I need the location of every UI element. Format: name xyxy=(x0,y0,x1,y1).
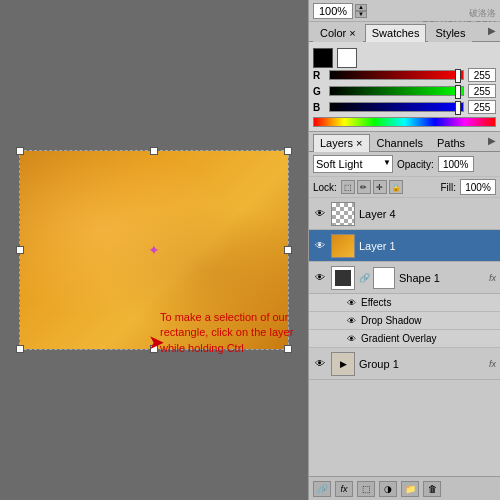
lock-transparent[interactable]: ⬚ xyxy=(341,180,355,194)
eye-gradientoverlay[interactable]: 👁 xyxy=(345,333,357,345)
layers-list: 👁 Layer 4 👁 Layer 1 👁 🔗 Shape 1 fx xyxy=(309,198,500,476)
handle-mr[interactable] xyxy=(284,246,292,254)
delete-icon[interactable]: 🗑 xyxy=(423,481,441,497)
fx-group1: fx xyxy=(489,359,496,369)
thumb-layer4 xyxy=(331,202,355,226)
watermark-line1: 破洛洛 xyxy=(422,8,496,19)
r-slider[interactable] xyxy=(329,70,464,80)
layers-tab-bar: Layers × Channels Paths ▶ xyxy=(309,132,500,152)
effect-name-gradientoverlay: Gradient Overlay xyxy=(361,333,437,344)
lock-all[interactable]: 🔒 xyxy=(389,180,403,194)
foreground-swatch[interactable] xyxy=(313,48,333,68)
link-shape1: 🔗 xyxy=(359,267,369,289)
annotation-text: To make a selection of our rectangle, cl… xyxy=(160,311,293,354)
effect-effects: 👁 Effects xyxy=(309,294,500,312)
effect-dropshadow: 👁 Drop Shadow xyxy=(309,312,500,330)
red-row: R 255 xyxy=(313,68,496,82)
green-row: G 255 xyxy=(313,84,496,98)
color-tab-bar: Color × Swatches Styles ▶ xyxy=(309,22,500,42)
eye-layer1[interactable]: 👁 xyxy=(313,239,327,253)
g-thumb[interactable] xyxy=(455,85,461,99)
eye-effects[interactable]: 👁 xyxy=(345,297,357,309)
thumb-shape1 xyxy=(331,266,355,290)
color-panel: R 255 G 255 B 255 xyxy=(309,42,500,132)
mask-shape1 xyxy=(373,267,395,289)
crosshair: ✦ xyxy=(147,243,161,257)
panel-close[interactable]: ▶ xyxy=(488,25,496,36)
name-layer4: Layer 4 xyxy=(359,208,496,220)
b-label: B xyxy=(313,102,325,113)
r-thumb[interactable] xyxy=(455,69,461,83)
effect-name-dropshadow: Drop Shadow xyxy=(361,315,422,326)
fill-input[interactable]: 100% xyxy=(460,179,496,195)
fx-shape1: fx xyxy=(489,273,496,283)
r-value[interactable]: 255 xyxy=(468,68,496,82)
tab-paths[interactable]: Paths xyxy=(430,134,472,152)
annotation-tooltip: To make a selection of our rectangle, cl… xyxy=(160,310,305,356)
tab-color[interactable]: Color × xyxy=(313,24,363,42)
b-thumb[interactable] xyxy=(455,101,461,115)
layer-item-shape1[interactable]: 👁 🔗 Shape 1 fx xyxy=(309,262,500,294)
handle-ml[interactable] xyxy=(16,246,24,254)
fx-button[interactable]: fx xyxy=(335,481,353,497)
zoom-up[interactable]: ▲ xyxy=(355,4,367,11)
handle-tl[interactable] xyxy=(16,147,24,155)
handle-tr[interactable] xyxy=(284,147,292,155)
name-shape1: Shape 1 xyxy=(399,272,485,284)
b-slider[interactable] xyxy=(329,102,464,112)
zoom-arrows: ▲ ▼ xyxy=(355,4,367,18)
tab-layers[interactable]: Layers × xyxy=(313,134,370,152)
blend-mode-row: Soft Light ▼ Opacity: 100% xyxy=(309,152,500,177)
zoom-input[interactable]: 100% xyxy=(313,3,353,19)
name-layer1: Layer 1 xyxy=(359,240,496,252)
thumb-layer1 xyxy=(331,234,355,258)
eye-shape1[interactable]: 👁 xyxy=(313,271,327,285)
g-label: G xyxy=(313,86,325,97)
layer-item-group1[interactable]: 👁 ▶ Group 1 fx xyxy=(309,348,500,380)
opacity-input[interactable]: 100% xyxy=(438,156,474,172)
new-layer-icon[interactable]: ⬚ xyxy=(357,481,375,497)
zoom-down[interactable]: ▼ xyxy=(355,11,367,18)
lock-position[interactable]: ✛ xyxy=(373,180,387,194)
folder-icon[interactable]: 📁 xyxy=(401,481,419,497)
handle-bl[interactable] xyxy=(16,345,24,353)
canvas-area: ✦ xyxy=(0,0,308,500)
thumb-group1: ▶ xyxy=(331,352,355,376)
r-label: R xyxy=(313,70,325,81)
tab-styles[interactable]: Styles xyxy=(428,24,472,42)
blue-row: B 255 xyxy=(313,100,496,114)
handle-tc[interactable] xyxy=(150,147,158,155)
link-layers-icon[interactable]: 🔗 xyxy=(313,481,331,497)
eye-layer4[interactable]: 👁 xyxy=(313,207,327,221)
lock-icons: ⬚ ✏ ✛ 🔒 xyxy=(341,180,403,194)
lock-row: Lock: ⬚ ✏ ✛ 🔒 Fill: 100% xyxy=(309,177,500,198)
fill-label: Fill: xyxy=(440,182,456,193)
blend-select-wrapper: Soft Light ▼ xyxy=(313,155,393,173)
lock-image[interactable]: ✏ xyxy=(357,180,371,194)
adjustment-icon[interactable]: ◑ xyxy=(379,481,397,497)
effect-name-effects: Effects xyxy=(361,297,391,308)
eye-group1[interactable]: 👁 xyxy=(313,357,327,371)
b-value[interactable]: 255 xyxy=(468,100,496,114)
tab-swatches[interactable]: Swatches xyxy=(365,24,427,42)
g-slider[interactable] xyxy=(329,86,464,96)
lock-label: Lock: xyxy=(313,182,337,193)
layer-item-layer1[interactable]: 👁 Layer 1 xyxy=(309,230,500,262)
g-value[interactable]: 255 xyxy=(468,84,496,98)
eye-dropshadow[interactable]: 👁 xyxy=(345,315,357,327)
layers-panel-close[interactable]: ▶ xyxy=(488,135,496,146)
layers-bottom: 🔗 fx ⬚ ◑ 📁 🗑 xyxy=(309,476,500,500)
color-preview-row xyxy=(313,48,496,68)
spectrum-bar[interactable] xyxy=(313,117,496,127)
layer-item-layer4[interactable]: 👁 Layer 4 xyxy=(309,198,500,230)
zoom-box: 100% ▲ ▼ xyxy=(313,3,367,19)
name-group1: Group 1 xyxy=(359,358,485,370)
opacity-label: Opacity: xyxy=(397,159,434,170)
tab-channels[interactable]: Channels xyxy=(370,134,430,152)
background-swatch[interactable] xyxy=(337,48,357,68)
layers-section: Layers × Channels Paths ▶ Soft Light ▼ O… xyxy=(309,132,500,500)
right-panel: 100% ▲ ▼ 破洛洛 POLUOLUO.COM Color × Swatch… xyxy=(308,0,500,500)
blend-mode-select[interactable]: Soft Light xyxy=(313,155,393,173)
effect-gradientoverlay: 👁 Gradient Overlay xyxy=(309,330,500,348)
top-bar: 100% ▲ ▼ 破洛洛 POLUOLUO.COM xyxy=(309,0,500,22)
